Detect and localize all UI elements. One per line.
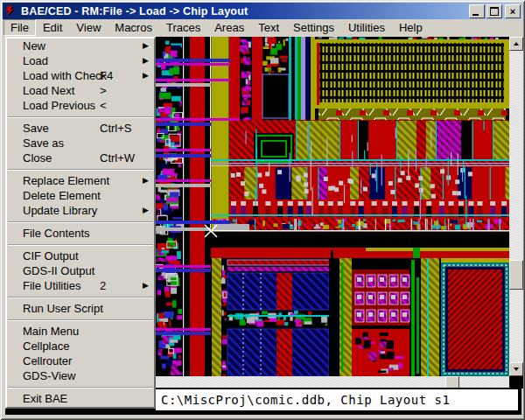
window-title: BAE/CED - RM:File -> Load -> Chip Layout: [21, 5, 248, 18]
menu-item-shortcut: Ctrl+W: [100, 150, 135, 165]
submenu-arrow-icon: ▶: [143, 173, 149, 188]
menu-item-label: Cellplace: [23, 340, 69, 353]
menu-item-save-as[interactable]: Save as: [7, 136, 154, 150]
horizontal-scrollbar[interactable]: [156, 376, 509, 388]
menu-item-label: Save: [23, 122, 49, 135]
menu-item-label: Load: [23, 54, 48, 67]
menu-item-load-next[interactable]: Load Next>: [7, 83, 154, 98]
horizontal-scrollbar-thumb[interactable]: [445, 376, 459, 388]
status-field: C:\MiscProj\comic.ddb, Chip Layout s1: [156, 389, 518, 410]
status-text: C:\MiscProj\comic.ddb, Chip Layout s1: [156, 393, 450, 407]
menu-item-cif-output[interactable]: CIF Output: [7, 248, 154, 263]
menu-item-shortcut: 2: [100, 278, 106, 293]
menubar-item-settings[interactable]: Settings: [286, 19, 341, 36]
menu-item-update-library[interactable]: Update Library▶: [7, 203, 154, 218]
menubar-item-areas[interactable]: Areas: [207, 19, 251, 36]
menu-item-save[interactable]: SaveCtrl+S: [7, 121, 154, 136]
close-button[interactable]: ×: [505, 4, 521, 18]
menu-item-load-with-check[interactable]: Load with CheckF4▶: [7, 68, 154, 83]
menu-item-label: Close: [23, 151, 52, 164]
menu-item-label: Run User Script: [23, 302, 103, 315]
menu-item-main-menu[interactable]: Main Menu: [7, 324, 154, 339]
vertical-scrollbar-thumb[interactable]: [509, 260, 523, 290]
menu-item-delete-element[interactable]: Delete Element: [7, 188, 154, 203]
menu-item-load[interactable]: Load▶: [7, 53, 154, 68]
menu-item-label: Delete Element: [23, 189, 101, 202]
menu-item-label: Load with Check: [23, 69, 107, 82]
submenu-arrow-icon: ▶: [143, 53, 149, 68]
menu-item-label: Main Menu: [23, 325, 79, 338]
minimize-button[interactable]: [469, 4, 485, 18]
application-window: BAE/CED - RM:File -> Load -> Chip Layout…: [0, 0, 525, 420]
submenu-arrow-icon: ▶: [143, 203, 149, 218]
window-controls: ×: [469, 4, 522, 18]
menu-separator: [8, 116, 153, 118]
menu-item-label: GDS-II Output: [23, 264, 94, 277]
menu-item-cellrouter[interactable]: Cellrouter: [7, 354, 154, 368]
chip-layout-canvas[interactable]: [156, 37, 509, 376]
menu-separator: [8, 221, 153, 223]
menubar-item-edit[interactable]: Edit: [36, 19, 69, 36]
scroll-down-icon: [514, 368, 519, 371]
menu-item-cellplace[interactable]: Cellplace: [7, 339, 154, 354]
menu-item-new[interactable]: New▶: [7, 38, 154, 53]
scroll-up-icon: [514, 42, 519, 46]
menu-bar: FileEditViewMacrosTracesAreasTextSetting…: [4, 19, 522, 36]
menu-item-label: File Contents: [23, 227, 90, 240]
scroll-down-button[interactable]: [509, 362, 523, 376]
menu-item-label: Update Library: [23, 204, 97, 217]
scroll-up-button[interactable]: [509, 37, 523, 51]
menu-separator: [8, 319, 153, 321]
menu-item-label: Load Next: [23, 84, 74, 97]
menu-item-gds-view[interactable]: GDS-View: [7, 368, 154, 383]
menu-item-file-utilities[interactable]: File Utilities2▶: [7, 278, 154, 293]
menu-item-label: Load Previous: [23, 99, 95, 112]
maximize-icon: [490, 7, 499, 16]
menu-item-label: File Utilities: [23, 279, 80, 292]
menu-item-close[interactable]: CloseCtrl+W: [7, 150, 154, 165]
menubar-item-macros[interactable]: Macros: [108, 19, 159, 36]
menu-item-replace-element[interactable]: Replace Element▶: [7, 173, 154, 188]
menubar-item-utilities[interactable]: Utilities: [341, 19, 392, 36]
menu-item-run-user-script[interactable]: Run User Script: [7, 301, 154, 316]
menubar-item-file[interactable]: File: [4, 19, 36, 36]
menu-item-label: Save as: [23, 136, 64, 150]
menubar-item-help[interactable]: Help: [392, 19, 430, 36]
maximize-button[interactable]: [486, 4, 502, 18]
menu-item-label: New: [23, 39, 46, 52]
menu-separator: [8, 169, 153, 171]
submenu-arrow-icon: ▶: [143, 68, 149, 83]
minimize-icon: [472, 14, 479, 16]
menu-item-shortcut: F4: [100, 68, 113, 83]
menu-item-file-contents[interactable]: File Contents: [7, 226, 154, 241]
menubar-item-traces[interactable]: Traces: [159, 19, 207, 36]
menu-item-shortcut: <: [100, 98, 107, 113]
vertical-scrollbar[interactable]: [509, 37, 523, 376]
menu-separator: [8, 387, 153, 388]
menubar-item-view[interactable]: View: [69, 19, 108, 36]
scrollbar-corner: [509, 376, 523, 388]
menu-item-label: GDS-View: [23, 369, 75, 382]
menu-item-label: Exit BAE: [23, 392, 67, 405]
menu-item-label: Replace Element: [23, 174, 109, 187]
menu-item-gds-ii-output[interactable]: GDS-II Output: [7, 263, 154, 278]
menu-item-shortcut: Ctrl+S: [100, 121, 131, 136]
submenu-arrow-icon: ▶: [143, 278, 149, 293]
menu-item-label: CIF Output: [23, 249, 79, 262]
menu-separator: [8, 244, 153, 246]
menubar-item-text[interactable]: Text: [251, 19, 286, 36]
menu-item-exit-bae[interactable]: Exit BAE: [7, 391, 154, 406]
menu-separator: [8, 297, 153, 298]
file-menu: New▶Load▶Load with CheckF4▶Load Next>Loa…: [5, 37, 156, 409]
menu-item-load-previous[interactable]: Load Previous<: [7, 98, 154, 113]
app-icon[interactable]: [4, 4, 18, 18]
close-icon: ×: [510, 6, 515, 17]
submenu-arrow-icon: ▶: [143, 38, 149, 53]
menu-item-shortcut: >: [100, 83, 107, 98]
title-bar[interactable]: BAE/CED - RM:File -> Load -> Chip Layout…: [3, 3, 522, 19]
menu-item-label: Cellrouter: [23, 354, 72, 368]
